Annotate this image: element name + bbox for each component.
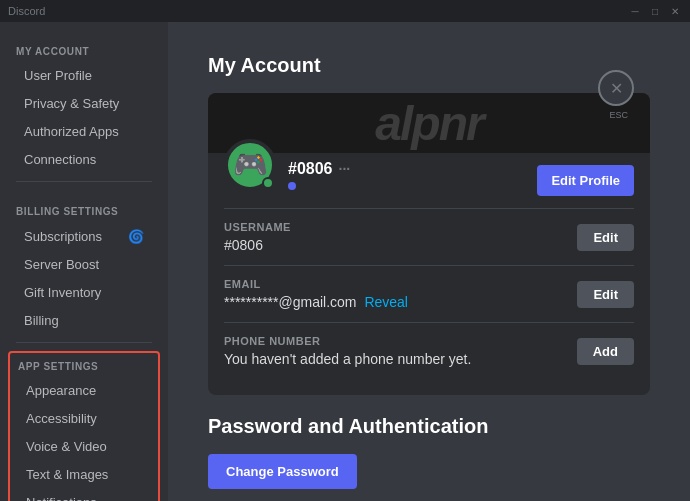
sidebar-item-notifications[interactable]: Notifications: [10, 489, 158, 501]
fields-container: USERNAME #0806 Edit EMAIL **********@gma…: [208, 208, 650, 395]
banner-text: alpnr: [375, 96, 482, 151]
maximize-button[interactable]: □: [648, 4, 662, 18]
email-reveal-link[interactable]: Reveal: [364, 294, 408, 310]
profile-tag-text: #0806: [288, 160, 333, 178]
titlebar-title: Discord: [8, 5, 45, 17]
main-content: ✕ ESC My Account alpnr 🎮 #0806: [168, 22, 690, 501]
sidebar-item-user-profile[interactable]: User Profile: [8, 62, 160, 89]
sidebar-item-text-images[interactable]: Text & Images: [10, 461, 158, 488]
close-button[interactable]: ✕: [598, 70, 634, 106]
sidebar-divider: [16, 181, 152, 182]
sidebar-item-subscriptions[interactable]: Subscriptions 🌀: [8, 222, 160, 250]
sidebar-app-settings-header: App Settings: [10, 357, 158, 376]
sidebar-divider-2: [16, 342, 152, 343]
sidebar-item-label: Privacy & Safety: [24, 96, 144, 111]
app-container: My Account User Profile Privacy & Safety…: [0, 22, 690, 501]
field-phone-label: PHONE NUMBER: [224, 335, 471, 347]
minimize-button[interactable]: ─: [628, 4, 642, 18]
field-email-label: EMAIL: [224, 278, 408, 290]
window-close-button[interactable]: ✕: [668, 4, 682, 18]
profile-card: alpnr 🎮 #0806 ··· Edit Profile: [208, 93, 650, 395]
sidebar-item-authorized-apps[interactable]: Authorized Apps: [8, 118, 160, 145]
app-settings-section: App Settings Appearance Accessibility Vo…: [8, 351, 160, 501]
sidebar-item-label: Accessibility: [26, 411, 142, 426]
field-email-value: **********@gmail.com Reveal: [224, 294, 408, 310]
edit-profile-button[interactable]: Edit Profile: [537, 165, 634, 196]
sidebar-item-accessibility[interactable]: Accessibility: [10, 405, 158, 432]
field-row-username: USERNAME #0806 Edit: [224, 208, 634, 265]
sidebar-item-gift-inventory[interactable]: Gift Inventory: [8, 279, 160, 306]
field-phone-value: You haven't added a phone number yet.: [224, 351, 471, 367]
sidebar-item-billing[interactable]: Billing: [8, 307, 160, 334]
sidebar-item-label: Billing: [24, 313, 144, 328]
email-masked: **********@gmail.com: [224, 294, 357, 310]
sidebar-my-account-header: My Account: [0, 30, 168, 61]
field-email-edit-button[interactable]: Edit: [577, 281, 634, 308]
field-row-phone: PHONE NUMBER You haven't added a phone n…: [224, 322, 634, 379]
profile-details: #0806 ···: [288, 160, 537, 190]
field-username-value: #0806: [224, 237, 291, 253]
sidebar-item-label: Connections: [24, 152, 144, 167]
field-row-email: EMAIL **********@gmail.com Reveal Edit: [224, 265, 634, 322]
online-status-dot: [262, 177, 274, 189]
avatar-wrapper: 🎮: [224, 139, 276, 191]
field-username-edit-button[interactable]: Edit: [577, 224, 634, 251]
nitro-icon: 🌀: [128, 228, 144, 244]
field-phone-content: PHONE NUMBER You haven't added a phone n…: [224, 335, 471, 367]
password-section-title: Password and Authentication: [208, 415, 650, 438]
profile-verified-dot: [288, 182, 296, 190]
titlebar-controls[interactable]: ─ □ ✕: [628, 4, 682, 18]
close-icon: ✕: [610, 79, 623, 98]
field-phone-add-button[interactable]: Add: [577, 338, 634, 365]
avatar-emoji: 🎮: [233, 148, 268, 181]
sidebar-item-label: Voice & Video: [26, 439, 142, 454]
sidebar-item-server-boost[interactable]: Server Boost: [8, 251, 160, 278]
sidebar-item-label: Notifications: [26, 495, 142, 501]
sidebar-item-appearance[interactable]: Appearance: [10, 377, 158, 404]
sidebar-item-voice-video[interactable]: Voice & Video: [10, 433, 158, 460]
sidebar-item-label: Gift Inventory: [24, 285, 144, 300]
sidebar-item-label: Text & Images: [26, 467, 142, 482]
profile-tag: #0806 ···: [288, 160, 537, 178]
profile-options-dots[interactable]: ···: [339, 161, 351, 177]
page-title: My Account: [208, 54, 650, 77]
sidebar-billing-header: Billing Settings: [0, 190, 168, 221]
titlebar: Discord ─ □ ✕: [0, 0, 690, 22]
field-email-content: EMAIL **********@gmail.com Reveal: [224, 278, 408, 310]
sidebar-item-label: User Profile: [24, 68, 144, 83]
field-username-content: USERNAME #0806: [224, 221, 291, 253]
sidebar-item-label: Subscriptions: [24, 229, 122, 244]
sidebar-item-label: Authorized Apps: [24, 124, 144, 139]
change-password-button[interactable]: Change Password: [208, 454, 357, 489]
sidebar-item-label: Appearance: [26, 383, 142, 398]
field-username-label: USERNAME: [224, 221, 291, 233]
sidebar-item-privacy-safety[interactable]: Privacy & Safety: [8, 90, 160, 117]
sidebar-item-connections[interactable]: Connections: [8, 146, 160, 173]
esc-label: ESC: [609, 110, 628, 120]
sidebar: My Account User Profile Privacy & Safety…: [0, 22, 168, 501]
sidebar-item-label: Server Boost: [24, 257, 144, 272]
profile-info: 🎮 #0806 ··· Edit Profile: [208, 153, 650, 208]
